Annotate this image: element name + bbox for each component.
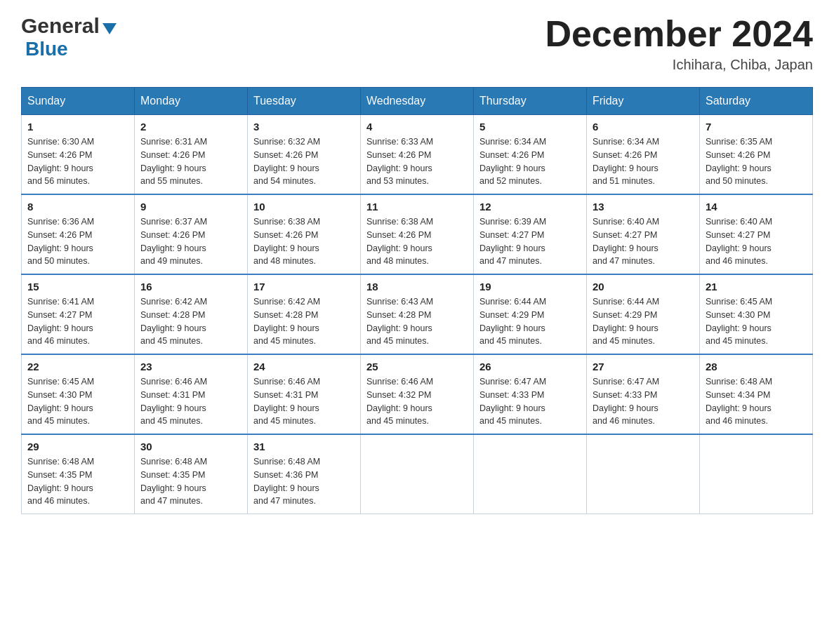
day-info: Sunrise: 6:46 AMSunset: 4:31 PMDaylight:… (253, 375, 355, 428)
day-info: Sunrise: 6:32 AMSunset: 4:26 PMDaylight:… (253, 135, 355, 188)
day-info: Sunrise: 6:45 AMSunset: 4:30 PMDaylight:… (27, 375, 128, 428)
day-number: 5 (479, 121, 581, 133)
calendar-cell: 21 Sunrise: 6:45 AMSunset: 4:30 PMDaylig… (700, 274, 813, 354)
day-info: Sunrise: 6:45 AMSunset: 4:30 PMDaylight:… (706, 295, 807, 348)
day-number: 11 (366, 201, 468, 213)
day-header-saturday: Saturday (700, 88, 813, 115)
day-info: Sunrise: 6:34 AMSunset: 4:26 PMDaylight:… (479, 135, 581, 188)
day-info: Sunrise: 6:47 AMSunset: 4:33 PMDaylight:… (479, 375, 581, 428)
calendar-header-row: SundayMondayTuesdayWednesdayThursdayFrid… (22, 88, 813, 115)
day-header-sunday: Sunday (22, 88, 135, 115)
day-number: 18 (366, 281, 468, 293)
day-info: Sunrise: 6:35 AMSunset: 4:26 PMDaylight:… (706, 135, 807, 188)
day-info: Sunrise: 6:43 AMSunset: 4:28 PMDaylight:… (366, 295, 468, 348)
day-info: Sunrise: 6:39 AMSunset: 4:27 PMDaylight:… (479, 215, 581, 268)
calendar-cell (361, 434, 474, 514)
day-number: 29 (27, 441, 128, 452)
calendar-cell (700, 434, 813, 514)
day-info: Sunrise: 6:37 AMSunset: 4:26 PMDaylight:… (140, 215, 241, 268)
day-number: 20 (593, 281, 694, 293)
month-title: December 2024 (545, 14, 813, 54)
calendar-cell: 22 Sunrise: 6:45 AMSunset: 4:30 PMDaylig… (22, 354, 135, 434)
day-info: Sunrise: 6:46 AMSunset: 4:32 PMDaylight:… (366, 375, 468, 428)
calendar-cell: 30 Sunrise: 6:48 AMSunset: 4:35 PMDaylig… (135, 434, 248, 514)
day-info: Sunrise: 6:48 AMSunset: 4:35 PMDaylight:… (140, 455, 241, 508)
calendar-cell: 13 Sunrise: 6:40 AMSunset: 4:27 PMDaylig… (587, 194, 700, 274)
day-number: 16 (140, 281, 241, 293)
day-info: Sunrise: 6:42 AMSunset: 4:28 PMDaylight:… (140, 295, 241, 348)
day-number: 6 (593, 121, 694, 133)
calendar-cell: 18 Sunrise: 6:43 AMSunset: 4:28 PMDaylig… (361, 274, 474, 354)
day-info: Sunrise: 6:48 AMSunset: 4:34 PMDaylight:… (706, 375, 807, 428)
calendar-cell: 4 Sunrise: 6:33 AMSunset: 4:26 PMDayligh… (361, 115, 474, 195)
day-number: 15 (27, 281, 128, 293)
day-number: 13 (593, 201, 694, 213)
calendar-cell: 3 Sunrise: 6:32 AMSunset: 4:26 PMDayligh… (248, 115, 361, 195)
day-header-monday: Monday (135, 88, 248, 115)
location: Ichihara, Chiba, Japan (545, 57, 813, 73)
day-info: Sunrise: 6:47 AMSunset: 4:33 PMDaylight:… (593, 375, 694, 428)
calendar-cell: 15 Sunrise: 6:41 AMSunset: 4:27 PMDaylig… (22, 274, 135, 354)
day-number: 31 (253, 441, 355, 452)
day-number: 8 (27, 201, 128, 213)
day-info: Sunrise: 6:48 AMSunset: 4:36 PMDaylight:… (253, 455, 355, 508)
calendar-week-row: 29 Sunrise: 6:48 AMSunset: 4:35 PMDaylig… (22, 434, 813, 514)
calendar-cell: 16 Sunrise: 6:42 AMSunset: 4:28 PMDaylig… (135, 274, 248, 354)
calendar-week-row: 22 Sunrise: 6:45 AMSunset: 4:30 PMDaylig… (22, 354, 813, 434)
logo-triangle-icon (102, 23, 117, 34)
day-number: 28 (706, 361, 807, 373)
day-info: Sunrise: 6:44 AMSunset: 4:29 PMDaylight:… (479, 295, 581, 348)
day-number: 17 (253, 281, 355, 293)
calendar-cell (587, 434, 700, 514)
calendar-cell: 27 Sunrise: 6:47 AMSunset: 4:33 PMDaylig… (587, 354, 700, 434)
calendar-cell: 23 Sunrise: 6:46 AMSunset: 4:31 PMDaylig… (135, 354, 248, 434)
calendar-cell: 29 Sunrise: 6:48 AMSunset: 4:35 PMDaylig… (22, 434, 135, 514)
calendar-cell (474, 434, 587, 514)
day-number: 26 (479, 361, 581, 373)
calendar-cell: 2 Sunrise: 6:31 AMSunset: 4:26 PMDayligh… (135, 115, 248, 195)
day-number: 4 (366, 121, 468, 133)
day-number: 19 (479, 281, 581, 293)
day-header-wednesday: Wednesday (361, 88, 474, 115)
calendar-cell: 28 Sunrise: 6:48 AMSunset: 4:34 PMDaylig… (700, 354, 813, 434)
day-number: 2 (140, 121, 241, 133)
calendar-week-row: 8 Sunrise: 6:36 AMSunset: 4:26 PMDayligh… (22, 194, 813, 274)
day-number: 21 (706, 281, 807, 293)
day-info: Sunrise: 6:40 AMSunset: 4:27 PMDaylight:… (706, 215, 807, 268)
day-number: 23 (140, 361, 241, 373)
calendar-cell: 25 Sunrise: 6:46 AMSunset: 4:32 PMDaylig… (361, 354, 474, 434)
day-info: Sunrise: 6:42 AMSunset: 4:28 PMDaylight:… (253, 295, 355, 348)
calendar-cell: 11 Sunrise: 6:38 AMSunset: 4:26 PMDaylig… (361, 194, 474, 274)
day-info: Sunrise: 6:36 AMSunset: 4:26 PMDaylight:… (27, 215, 128, 268)
calendar-table: SundayMondayTuesdayWednesdayThursdayFrid… (21, 87, 813, 514)
day-header-tuesday: Tuesday (248, 88, 361, 115)
day-info: Sunrise: 6:31 AMSunset: 4:26 PMDaylight:… (140, 135, 241, 188)
calendar-cell: 8 Sunrise: 6:36 AMSunset: 4:26 PMDayligh… (22, 194, 135, 274)
day-number: 1 (27, 121, 128, 133)
calendar-cell: 9 Sunrise: 6:37 AMSunset: 4:26 PMDayligh… (135, 194, 248, 274)
day-info: Sunrise: 6:30 AMSunset: 4:26 PMDaylight:… (27, 135, 128, 188)
calendar-cell: 24 Sunrise: 6:46 AMSunset: 4:31 PMDaylig… (248, 354, 361, 434)
calendar-cell: 26 Sunrise: 6:47 AMSunset: 4:33 PMDaylig… (474, 354, 587, 434)
calendar-week-row: 1 Sunrise: 6:30 AMSunset: 4:26 PMDayligh… (22, 115, 813, 195)
calendar-cell: 20 Sunrise: 6:44 AMSunset: 4:29 PMDaylig… (587, 274, 700, 354)
day-info: Sunrise: 6:41 AMSunset: 4:27 PMDaylight:… (27, 295, 128, 348)
day-info: Sunrise: 6:44 AMSunset: 4:29 PMDaylight:… (593, 295, 694, 348)
calendar-cell: 17 Sunrise: 6:42 AMSunset: 4:28 PMDaylig… (248, 274, 361, 354)
title-area: December 2024 Ichihara, Chiba, Japan (545, 14, 813, 73)
day-header-friday: Friday (587, 88, 700, 115)
page-header: General Blue December 2024 Ichihara, Chi… (21, 14, 813, 73)
day-info: Sunrise: 6:40 AMSunset: 4:27 PMDaylight:… (593, 215, 694, 268)
day-number: 25 (366, 361, 468, 373)
day-info: Sunrise: 6:46 AMSunset: 4:31 PMDaylight:… (140, 375, 241, 428)
logo: General Blue (21, 14, 117, 60)
day-header-thursday: Thursday (474, 88, 587, 115)
calendar-cell: 12 Sunrise: 6:39 AMSunset: 4:27 PMDaylig… (474, 194, 587, 274)
day-number: 12 (479, 201, 581, 213)
calendar-week-row: 15 Sunrise: 6:41 AMSunset: 4:27 PMDaylig… (22, 274, 813, 354)
calendar-cell: 31 Sunrise: 6:48 AMSunset: 4:36 PMDaylig… (248, 434, 361, 514)
calendar-cell: 6 Sunrise: 6:34 AMSunset: 4:26 PMDayligh… (587, 115, 700, 195)
calendar-cell: 10 Sunrise: 6:38 AMSunset: 4:26 PMDaylig… (248, 194, 361, 274)
day-info: Sunrise: 6:38 AMSunset: 4:26 PMDaylight:… (253, 215, 355, 268)
day-number: 10 (253, 201, 355, 213)
